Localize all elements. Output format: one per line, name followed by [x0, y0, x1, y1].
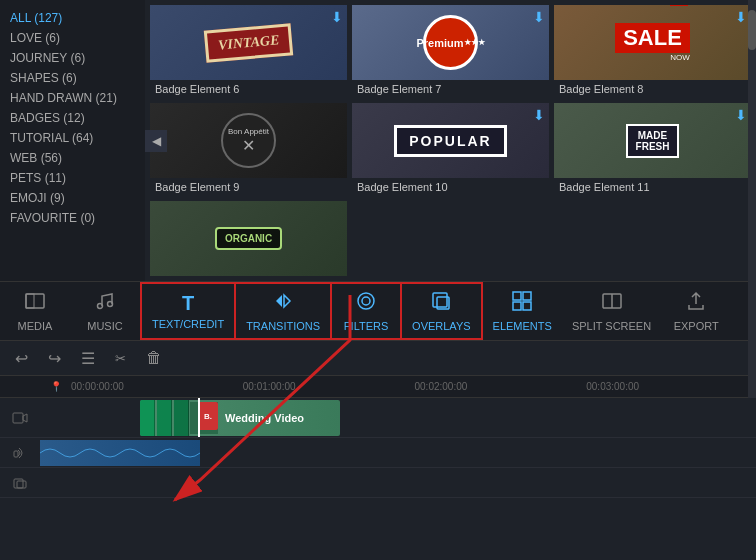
toolbar-transitions[interactable]: TRANSITIONS	[236, 282, 332, 340]
list-item[interactable]: ORGANIC	[150, 201, 347, 276]
list-item[interactable]: ON SALE NOW ⬇ Badge Element 8	[554, 5, 751, 98]
svg-point-4	[358, 293, 374, 309]
svg-rect-0	[26, 294, 44, 308]
delete-button[interactable]: 🗑	[141, 347, 167, 369]
timeline-toolbar: ↩ ↪ ☰ ✂ 🗑	[0, 341, 756, 376]
toolbar-media[interactable]: MEDIA	[0, 282, 70, 340]
download-icon[interactable]: ⬇	[735, 107, 747, 123]
toolbar-filters[interactable]: FILTERS	[332, 282, 402, 340]
ruler-mark-1: 00:01:00:00	[241, 381, 413, 392]
sidebar-item-tutorial[interactable]: TUTORIAL (64)	[0, 128, 145, 148]
sidebar: ALL (127) LOVE (6) JOURNEY (6) SHAPES (6…	[0, 0, 145, 281]
text-credit-icon: T	[182, 292, 194, 315]
video-track-label: Wedding Video	[225, 412, 304, 424]
download-icon[interactable]: ⬇	[533, 9, 545, 25]
download-icon[interactable]: ⬇	[735, 9, 747, 25]
svg-rect-17	[17, 481, 26, 488]
svg-rect-10	[513, 302, 521, 310]
toolbar-text-credit[interactable]: T TEXT/CREDIT	[140, 282, 236, 340]
sidebar-item-pets[interactable]: PETS (11)	[0, 168, 145, 188]
sidebar-item-hand-drawn[interactable]: HAND DRAWN (21)	[0, 88, 145, 108]
redo-button[interactable]: ↪	[43, 347, 66, 370]
thumbnail-badge11: MADEFRESH ⬇	[554, 103, 751, 178]
ruler-mark-2: 00:02:00:00	[413, 381, 585, 392]
list-item[interactable]: VINTAGE ⬇ Badge Element 6	[150, 5, 347, 98]
list-item[interactable]: Premium★★★ ⬇ Badge Element 7	[352, 5, 549, 98]
video-track-row: W Wedding Video B.	[0, 398, 756, 438]
svg-rect-6	[433, 293, 447, 307]
toolbar-music[interactable]: MUSIC	[70, 282, 140, 340]
toolbar-overlays[interactable]: OVERLAYS	[402, 282, 483, 340]
svg-point-5	[362, 297, 370, 305]
scrollbar-handle[interactable]	[748, 10, 756, 50]
timeline-pin-icon: 📍	[50, 381, 62, 392]
overlay-track-icon	[0, 476, 40, 490]
grid-container: VINTAGE ⬇ Badge Element 6 Premium★★★ ⬇ B…	[150, 5, 751, 276]
overlays-icon	[430, 290, 452, 317]
toolbar-elements[interactable]: ELEMENTS	[483, 282, 562, 340]
svg-rect-15	[14, 451, 18, 457]
overlay-track-row	[0, 468, 756, 498]
bottom-toolbar: MEDIA MUSIC T TEXT/CREDIT T	[0, 281, 756, 341]
item-label: Badge Element 10	[352, 178, 549, 196]
cut-button[interactable]: ✂	[110, 349, 131, 368]
svg-rect-8	[513, 292, 521, 300]
export-icon	[685, 290, 707, 317]
split-screen-icon	[601, 290, 623, 317]
svg-point-2	[98, 304, 103, 309]
elements-icon	[511, 290, 533, 317]
toolbar-export[interactable]: EXPORT	[661, 282, 731, 340]
video-clip[interactable]: W Wedding Video	[140, 400, 340, 436]
sidebar-item-favourite[interactable]: FAVOURITE (0)	[0, 208, 145, 228]
download-icon[interactable]: ⬇	[331, 9, 343, 25]
sidebar-item-web[interactable]: WEB (56)	[0, 148, 145, 168]
list-item[interactable]: Bon Appétit ✕ Badge Element 9	[150, 103, 347, 196]
thumbnail-badge7: Premium★★★ ⬇	[352, 5, 549, 80]
thumbnail-badge12: ORGANIC	[150, 201, 347, 276]
audio-track-content	[40, 438, 756, 467]
badge-clip[interactable]: B.	[198, 402, 218, 430]
thumbnail-badge6: VINTAGE ⬇	[150, 5, 347, 80]
item-label: Badge Element 7	[352, 80, 549, 98]
item-label: Badge Element 6	[150, 80, 347, 98]
media-icon	[24, 290, 46, 317]
toolbar-split-screen[interactable]: SPLIT SCREEN	[562, 282, 661, 340]
app-container: ALL (127) LOVE (6) JOURNEY (6) SHAPES (6…	[0, 0, 756, 560]
svg-point-3	[108, 302, 113, 307]
overlay-track-content	[40, 468, 756, 497]
thumbnail-badge8: ON SALE NOW ⬇	[554, 5, 751, 80]
sidebar-item-love[interactable]: LOVE (6)	[0, 28, 145, 48]
ruler-mark-3: 00:03:00:00	[584, 381, 756, 392]
timeline-section: ↩ ↪ ☰ ✂ 🗑 📍 00:00:00:00 00:01:00:00 00:0…	[0, 341, 756, 560]
undo-button[interactable]: ↩	[10, 347, 33, 370]
badge12-visual: ORGANIC	[215, 227, 282, 250]
sidebar-item-journey[interactable]: JOURNEY (6)	[0, 48, 145, 68]
svg-rect-14	[13, 413, 23, 423]
thumbnail-badge9: Bon Appétit ✕	[150, 103, 347, 178]
sidebar-collapse-button[interactable]: ◀	[145, 130, 167, 152]
item-label: Badge Element 9	[150, 178, 347, 196]
timeline-tracks: W Wedding Video B.	[0, 398, 756, 560]
svg-rect-11	[523, 302, 531, 310]
list-item[interactable]: POPULAR ⬇ Badge Element 10	[352, 103, 549, 196]
elements-grid: VINTAGE ⬇ Badge Element 6 Premium★★★ ⬇ B…	[145, 0, 756, 281]
video-track-content[interactable]: W Wedding Video B.	[40, 398, 756, 437]
sidebar-item-shapes[interactable]: SHAPES (6)	[0, 68, 145, 88]
sidebar-item-emoji[interactable]: EMOJI (9)	[0, 188, 145, 208]
sale-visual: SALE	[615, 23, 690, 53]
list-item[interactable]: MADEFRESH ⬇ Badge Element 11	[554, 103, 751, 196]
sidebar-item-badges[interactable]: BADGES (12)	[0, 108, 145, 128]
timeline-ruler: 📍 00:00:00:00 00:01:00:00 00:02:00:00 00…	[0, 376, 756, 398]
badge9-visual: Bon Appétit ✕	[221, 113, 276, 168]
menu-button[interactable]: ☰	[76, 347, 100, 370]
svg-rect-16	[14, 479, 23, 488]
ruler-mark-0: 00:00:00:00	[69, 381, 241, 392]
video-track-icon	[0, 410, 40, 426]
audio-track-row	[0, 438, 756, 468]
thumbnail-badge10: POPULAR ⬇	[352, 103, 549, 178]
top-section: ALL (127) LOVE (6) JOURNEY (6) SHAPES (6…	[0, 0, 756, 281]
playhead[interactable]	[198, 398, 200, 437]
download-icon[interactable]: ⬇	[533, 107, 545, 123]
ruler-marks: 00:00:00:00 00:01:00:00 00:02:00:00 00:0…	[69, 381, 756, 392]
sidebar-item-all[interactable]: ALL (127)	[0, 8, 145, 28]
